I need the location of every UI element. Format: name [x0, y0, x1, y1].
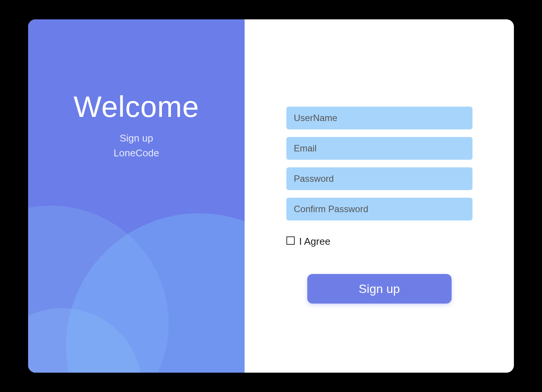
agree-row: I Agree — [286, 236, 472, 247]
signup-form: I Agree Sign up — [286, 107, 472, 304]
password-input[interactable] — [286, 167, 472, 190]
subtitle-line-2: LoneCode — [114, 146, 159, 161]
welcome-panel: Welcome Sign up LoneCode — [28, 19, 245, 373]
agree-checkbox[interactable] — [286, 236, 295, 245]
welcome-title: Welcome — [74, 90, 199, 124]
form-panel: I Agree Sign up — [245, 19, 514, 373]
email-input[interactable] — [286, 137, 472, 160]
username-input[interactable] — [286, 107, 472, 129]
welcome-subtitle: Sign up LoneCode — [114, 131, 159, 161]
signup-window: Welcome Sign up LoneCode I Agree Sign up — [28, 19, 514, 373]
confirm-password-input[interactable] — [286, 198, 472, 220]
signup-button[interactable]: Sign up — [307, 274, 452, 304]
agree-label: I Agree — [299, 236, 330, 247]
subtitle-line-1: Sign up — [114, 131, 159, 146]
